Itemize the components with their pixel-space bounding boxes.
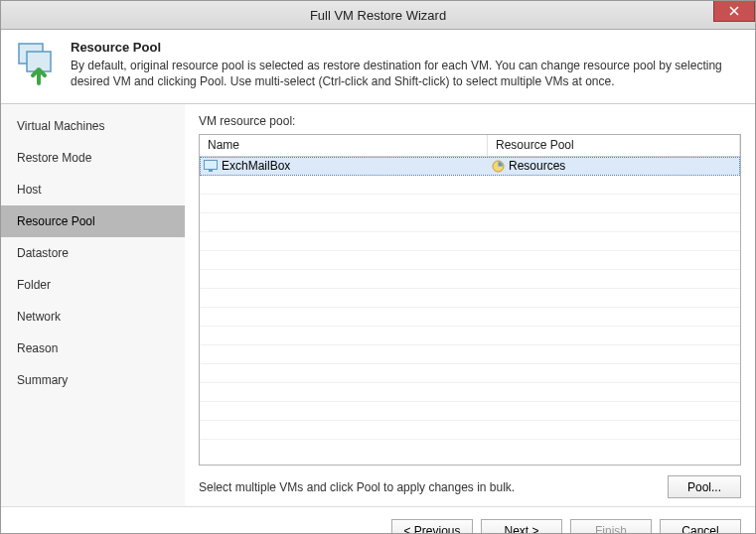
table-row <box>200 195 740 213</box>
sidebar-item-network[interactable]: Network <box>1 301 185 333</box>
close-button[interactable] <box>713 1 755 22</box>
resource-pool-name: Resources <box>509 159 565 173</box>
sidebar-item-datastore[interactable]: Datastore <box>1 237 185 269</box>
table-row <box>200 213 740 232</box>
table-row <box>200 270 740 289</box>
table-row <box>200 421 740 440</box>
table-row <box>200 176 740 195</box>
vm-name: ExchMailBox <box>222 159 290 173</box>
resource-pool-small-icon <box>492 160 505 173</box>
previous-button[interactable]: < Previous <box>391 519 473 534</box>
window-title: Full VM Restore Wizard <box>310 8 446 23</box>
sidebar-item-reason[interactable]: Reason <box>1 333 185 364</box>
sidebar-item-virtual-machines[interactable]: Virtual Machines <box>1 110 185 142</box>
sidebar-item-folder[interactable]: Folder <box>1 269 185 301</box>
titlebar: Full VM Restore Wizard <box>1 1 755 30</box>
main-panel: VM resource pool: Name Resource Pool Exc… <box>185 104 755 506</box>
wizard-footer: < Previous Next > Finish Cancel <box>1 506 755 534</box>
table-row <box>200 232 740 251</box>
next-button[interactable]: Next > <box>481 519 562 534</box>
bulk-hint: Select multiple VMs and click Pool to ap… <box>199 480 515 494</box>
wizard-steps-sidebar: Virtual Machines Restore Mode Host Resou… <box>1 104 185 506</box>
close-icon <box>729 6 739 16</box>
page-title: Resource Pool <box>71 40 743 55</box>
grid-body: ExchMailBox Resources <box>200 157 740 465</box>
table-row[interactable]: ExchMailBox Resources <box>200 157 740 176</box>
grid-label: VM resource pool: <box>199 114 741 128</box>
table-row <box>200 327 740 345</box>
table-row <box>200 402 740 421</box>
table-row <box>200 251 740 270</box>
finish-button[interactable]: Finish <box>570 519 652 534</box>
table-row <box>200 345 740 364</box>
vm-resource-pool-grid[interactable]: Name Resource Pool ExchMailBox <box>199 134 741 466</box>
table-row <box>200 383 740 402</box>
column-header-name[interactable]: Name <box>200 135 488 156</box>
sidebar-item-resource-pool[interactable]: Resource Pool <box>1 205 185 237</box>
vm-icon <box>204 160 218 172</box>
wizard-header: Resource Pool By default, original resou… <box>1 30 755 104</box>
table-row <box>200 289 740 308</box>
sidebar-item-host[interactable]: Host <box>1 174 185 205</box>
grid-header: Name Resource Pool <box>200 135 740 157</box>
sidebar-item-summary[interactable]: Summary <box>1 364 185 396</box>
column-header-resource-pool[interactable]: Resource Pool <box>488 135 740 156</box>
pool-button[interactable]: Pool... <box>668 475 741 498</box>
cancel-button[interactable]: Cancel <box>660 519 741 534</box>
table-row <box>200 364 740 383</box>
table-row <box>200 308 740 327</box>
sidebar-item-restore-mode[interactable]: Restore Mode <box>1 142 185 174</box>
svg-rect-2 <box>205 161 218 170</box>
resource-pool-icon <box>13 40 61 87</box>
page-description: By default, original resource pool is se… <box>71 58 743 89</box>
svg-rect-3 <box>209 170 213 172</box>
